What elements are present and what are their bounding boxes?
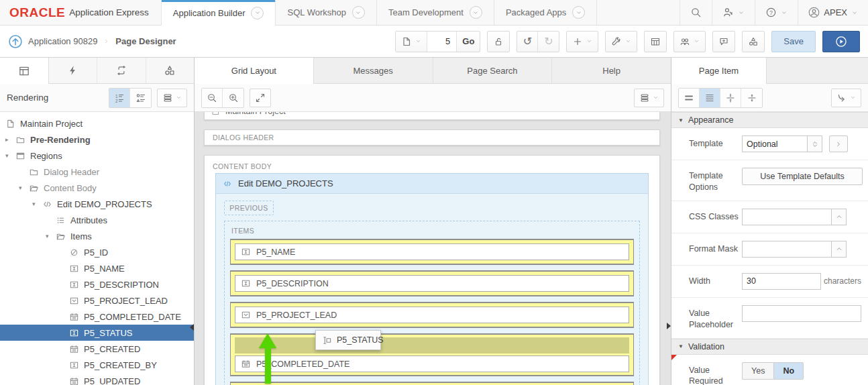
global-search-button[interactable] xyxy=(680,0,712,25)
tab-processing[interactable] xyxy=(97,58,146,83)
tree-item-maintain-project[interactable]: Maintain Project xyxy=(0,115,194,131)
save-button[interactable]: Save xyxy=(771,31,816,52)
toggle-value-required-yes[interactable]: Yes xyxy=(742,362,773,380)
toggle-value-required-no[interactable]: No xyxy=(773,362,804,380)
tree-item-edit-demo-projects[interactable]: ▾Edit DEMO_PROJECTS xyxy=(0,196,194,212)
tree-item-pre-rendering[interactable]: ▸Pre-Rendering xyxy=(0,131,194,148)
expand-all-button[interactable] xyxy=(741,89,762,107)
tab-page-item[interactable]: Page Item xyxy=(671,58,767,84)
calendar-icon xyxy=(241,359,251,369)
app-tab-team-development[interactable]: Team Development xyxy=(377,0,494,25)
grid-item-p5-name[interactable]: P5_NAME xyxy=(235,243,629,260)
user-menu-button[interactable]: APEX xyxy=(798,0,868,25)
previous-slot[interactable]: PREVIOUS xyxy=(224,201,274,215)
stack-icon xyxy=(162,93,173,103)
tree-item-attributes[interactable]: Attributes xyxy=(0,212,194,228)
chevron-down-icon xyxy=(653,95,659,101)
expand-right-panel-handle[interactable] xyxy=(667,323,671,329)
tab-page-search[interactable]: Page Search xyxy=(433,58,553,83)
tab-rendering[interactable] xyxy=(0,58,49,84)
go-button[interactable]: Go xyxy=(457,32,480,52)
clipped-region-box[interactable]: Maintain Project xyxy=(204,112,660,120)
run-page-button[interactable] xyxy=(822,31,860,52)
collapse-arrow-icon[interactable]: ▾ xyxy=(5,152,15,159)
tab-menu-button[interactable] xyxy=(470,6,482,19)
tree-item-p5-status[interactable]: P5_STATUS xyxy=(0,325,194,341)
expand-editor-button[interactable] xyxy=(832,209,847,225)
region-edit-demo-projects[interactable]: Edit DEMO_PROJECTS PREVIOUS ITEMS P5_NAM… xyxy=(215,173,649,385)
redo-button[interactable]: ↻ xyxy=(538,32,559,52)
layout-menu-button[interactable] xyxy=(634,89,664,107)
team-dev-button[interactable] xyxy=(674,32,705,52)
collapse-all-button[interactable] xyxy=(720,89,741,107)
zoom-in-button[interactable] xyxy=(223,89,243,107)
tree-menu-button[interactable] xyxy=(157,89,187,107)
value-placeholder-input[interactable] xyxy=(742,305,861,322)
utilities-button[interactable] xyxy=(606,32,637,52)
app-tab-packaged-apps[interactable]: Packaged Apps xyxy=(494,0,597,25)
spinner-icon[interactable] xyxy=(808,135,822,152)
section-validation[interactable]: ▼Validation xyxy=(671,339,868,355)
tree-item-p5-project-lead[interactable]: P5_PROJECT_LEAD xyxy=(0,292,194,309)
tab-messages[interactable]: Messages xyxy=(314,58,433,83)
tree-item-dialog-header[interactable]: Dialog Header xyxy=(0,164,194,180)
dialog-header-slot[interactable]: DIALOG HEADER xyxy=(204,129,660,146)
use-template-defaults-button[interactable]: Use Template Defaults xyxy=(742,168,863,185)
tree-item-p5-created[interactable]: P5_CREATED xyxy=(0,341,194,357)
up-level-icon[interactable] xyxy=(8,34,23,49)
tab-menu-button[interactable] xyxy=(352,6,365,19)
grid-item-p5-project-lead[interactable]: P5_PROJECT_LEAD xyxy=(235,307,629,323)
tree-item-p5-description[interactable]: P5_DESCRIPTION xyxy=(0,276,194,292)
tree-item-content-body[interactable]: ▾Content Body xyxy=(0,180,194,196)
show-all-button[interactable] xyxy=(700,89,720,107)
app-tab-sql-workshop[interactable]: SQL Workshop xyxy=(276,0,376,25)
tree-item-items[interactable]: ▾Items xyxy=(0,228,194,244)
administration-button[interactable] xyxy=(712,0,755,25)
section-appearance[interactable]: ▼Appearance xyxy=(671,112,868,128)
show-common-button[interactable] xyxy=(679,89,700,107)
tree-item-p5-updated[interactable]: P5_UPDATED xyxy=(0,373,194,385)
tab-dynamic-actions[interactable] xyxy=(49,58,98,83)
collapse-arrow-icon[interactable]: ▾ xyxy=(32,201,42,207)
page-select-button[interactable] xyxy=(396,32,427,52)
page-layout-button[interactable] xyxy=(645,32,666,52)
quick-pick-button[interactable] xyxy=(829,135,848,152)
sort-by-order-button[interactable]: 12 xyxy=(109,89,130,107)
tab-menu-button[interactable] xyxy=(251,7,264,19)
tree-item-p5-name[interactable]: P5_NAME xyxy=(0,260,194,276)
format-mask-input[interactable] xyxy=(742,241,832,258)
tab-grid-layout[interactable]: Grid Layout xyxy=(195,58,314,84)
zoom-out-button[interactable] xyxy=(202,89,223,107)
grid-item-p5-description[interactable]: P5_DESCRIPTION xyxy=(235,275,629,292)
create-button[interactable] xyxy=(567,32,598,52)
template-select[interactable] xyxy=(742,135,808,152)
collapse-arrow-icon[interactable]: ▾ xyxy=(46,233,56,239)
css-classes-input[interactable] xyxy=(742,209,832,225)
tree-item-p5-completed-date[interactable]: P5_COMPLETED_DATE xyxy=(0,309,194,325)
tab-help[interactable]: Help xyxy=(552,58,671,83)
expand-button[interactable] xyxy=(250,89,271,107)
region-header[interactable]: Edit DEMO_PROJECTS xyxy=(216,174,648,194)
help-button[interactable]: ? xyxy=(755,0,798,25)
tree-item-regions[interactable]: ▾Regions xyxy=(0,148,194,164)
lock-page-button[interactable] xyxy=(488,32,509,52)
undo-button[interactable]: ↺ xyxy=(517,32,538,52)
breadcrumb-application[interactable]: Application 90829 xyxy=(28,36,97,46)
width-input[interactable] xyxy=(742,273,821,290)
tab-shared-components[interactable] xyxy=(146,58,195,83)
feedback-button[interactable] xyxy=(713,32,735,52)
go-to-group-button[interactable] xyxy=(831,89,861,107)
expand-arrow-icon[interactable]: ▸ xyxy=(5,136,15,143)
tab-menu-button[interactable] xyxy=(572,6,585,19)
expand-editor-button[interactable] xyxy=(832,241,847,258)
collapse-arrow-icon[interactable]: ▾ xyxy=(19,184,29,191)
sort-by-type-button[interactable] xyxy=(130,89,151,107)
folder-icon xyxy=(15,135,25,145)
shared-components-button[interactable] xyxy=(743,32,764,52)
page-number-input[interactable] xyxy=(427,32,457,52)
tree-item-p5-created-by[interactable]: P5_CREATED_BY xyxy=(0,357,194,373)
app-tab-application-builder[interactable]: Application Builder xyxy=(161,0,276,25)
grid-item-p5-completed-date[interactable]: P5_COMPLETED_DATE xyxy=(235,355,629,372)
tree-item-p5-id[interactable]: P5_ID xyxy=(0,244,194,260)
collapse-left-panel-handle[interactable] xyxy=(190,324,194,331)
